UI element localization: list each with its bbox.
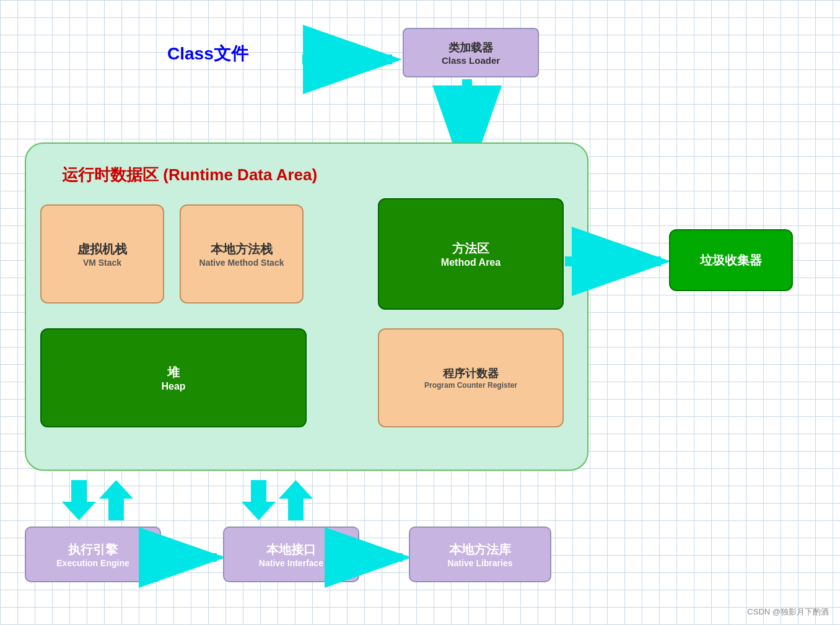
vm-stack-label-en: VM Stack [83, 258, 121, 268]
heap-label-en: Heap [161, 381, 185, 392]
svg-marker-6 [62, 480, 96, 520]
class-loader-box: 类加载器 Class Loader [403, 28, 539, 77]
native-interface-label-cn: 本地接口 [266, 541, 316, 558]
native-interface-label-en: Native Interface [259, 558, 323, 568]
gc-box: 垃圾收集器 [669, 229, 793, 291]
runtime-title: 运行时数据区 (Runtime Data Area) [62, 164, 317, 186]
vm-stack-label-cn: 虚拟机栈 [77, 241, 127, 258]
gc-label-cn: 垃圾收集器 [700, 252, 762, 269]
native-interface-to-libraries-arrow [361, 545, 413, 570]
svg-marker-9 [279, 480, 313, 520]
program-counter-box: 程序计数器 Program Counter Register [378, 328, 564, 427]
execution-engine-box: 执行引擎 Execution Engine [25, 527, 161, 582]
native-libraries-box: 本地方法库 Native Libraries [409, 527, 551, 582]
native-stack-label-en: Native Method Stack [199, 258, 284, 268]
heap-label-cn: 堆 [167, 364, 180, 381]
program-counter-label-en: Program Counter Register [424, 381, 517, 390]
native-stack-label-cn: 本地方法栈 [211, 241, 273, 258]
class-loader-label-en: Class Loader [442, 55, 500, 66]
exec-engine-label-en: Execution Engine [56, 558, 129, 568]
method-area-to-gc-arrow [565, 247, 673, 276]
double-arrows-native-interface [242, 480, 316, 523]
watermark: CSDN @独影月下酌酒 [747, 606, 829, 618]
method-area-box: 方法区 Method Area [378, 198, 564, 310]
svg-marker-8 [242, 480, 276, 520]
native-interface-box: 本地接口 Native Interface [223, 527, 359, 582]
class-to-loader-arrow [302, 45, 405, 74]
class-loader-label-cn: 类加载器 [448, 40, 493, 55]
exec-to-native-arrow [162, 545, 227, 570]
program-counter-label-cn: 程序计数器 [443, 366, 499, 381]
svg-marker-7 [99, 480, 133, 520]
native-method-stack-box: 本地方法栈 Native Method Stack [180, 204, 304, 304]
method-area-label-cn: 方法区 [452, 240, 489, 257]
diagram-container: Class文件 类加载器 Class Loader 运行时数据区 (Runtim… [0, 0, 840, 625]
class-file-label: Class文件 [167, 42, 248, 66]
class-file-text: Class文件 [167, 44, 248, 63]
watermark-text: CSDN @独影月下酌酒 [747, 607, 829, 616]
runtime-title-en: (Runtime Data Area) [163, 165, 317, 184]
loader-to-runtime-arrow [452, 79, 482, 144]
double-arrows-exec-engine [62, 480, 136, 523]
native-libraries-label-cn: 本地方法库 [449, 541, 511, 558]
runtime-title-cn: 运行时数据区 [62, 165, 159, 184]
exec-engine-label-cn: 执行引擎 [68, 541, 118, 558]
heap-box: 堆 Heap [40, 328, 307, 427]
method-area-label-en: Method Area [441, 257, 501, 268]
vm-stack-box: 虚拟机栈 VM Stack [40, 204, 164, 304]
native-libraries-label-en: Native Libraries [447, 558, 512, 568]
